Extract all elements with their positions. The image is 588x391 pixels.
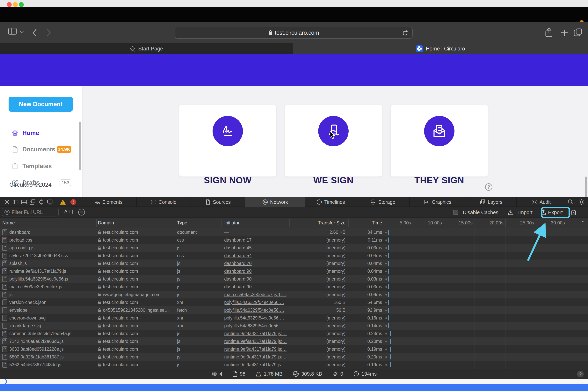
- request-initiator[interactable]: dashboard:70: [224, 260, 289, 267]
- import-button[interactable]: Import: [518, 209, 532, 215]
- request-name[interactable]: JSmain.cc509ac3e0edcfc7.js: [2, 283, 94, 291]
- traffic-light-zoom[interactable]: [19, 2, 24, 7]
- network-row[interactable]: chevron-down.svgtest.circularo.comxhrpol…: [0, 314, 588, 322]
- inspector-tab-graphics[interactable]: Graphics: [410, 197, 466, 207]
- sidebar-item-templates[interactable]: Templates: [0, 159, 82, 173]
- network-row[interactable]: <>dashboardtest.circularo.comdocument—2.…: [0, 228, 588, 236]
- col-time[interactable]: Time: [349, 220, 382, 226]
- request-name[interactable]: xmark-large.svg: [2, 322, 94, 330]
- request-name[interactable]: envelope: [2, 306, 94, 314]
- request-name[interactable]: JSpolyfills.54a6329f54ec0e56.js: [2, 275, 94, 283]
- inspector-tab-layers[interactable]: Layers: [466, 197, 517, 207]
- card-they-sign[interactable]: THEY SIGN: [391, 105, 488, 177]
- dock-bottom-icon[interactable]: [21, 199, 27, 205]
- request-initiator[interactable]: polyfills.54a6329f54ec0e56.…: [224, 322, 289, 330]
- tab-overview-icon[interactable]: [573, 28, 583, 37]
- dock-side-icon[interactable]: [12, 199, 19, 205]
- request-initiator[interactable]: runtime.9ef9a4317af1fa79.js:…: [224, 337, 289, 345]
- url-bar[interactable]: test.circularo.com: [175, 27, 413, 39]
- network-row[interactable]: JS5362.54fd678677f4f8dd.jstest.circularo…: [0, 361, 588, 369]
- new-document-button[interactable]: New Document: [8, 97, 73, 112]
- request-initiator[interactable]: runtime.9ef9a4317af1fa79.js:…: [224, 345, 289, 353]
- request-name[interactable]: csspreload.css: [2, 236, 94, 244]
- card-we-sign[interactable]: WE SIGN: [285, 105, 382, 177]
- network-row[interactable]: csspreload.csstest.circularo.comcssdashb…: [0, 236, 588, 244]
- col-domain[interactable]: Domain: [98, 220, 114, 226]
- request-name[interactable]: JSruntime.9ef9a4317af1fa79.js: [2, 267, 94, 275]
- inspector-tab-network[interactable]: Network: [245, 197, 305, 207]
- network-row[interactable]: JSjswww.googletagmanager.comjsmain.cc509…: [0, 291, 588, 298]
- request-initiator[interactable]: dashboard:90: [224, 267, 289, 275]
- request-initiator[interactable]: dashboard:90: [224, 275, 289, 283]
- request-name[interactable]: JSjs: [2, 291, 94, 298]
- request-name[interactable]: JSsplash.js: [2, 260, 94, 267]
- network-row[interactable]: JSruntime.9ef9a4317af1fa79.jstest.circul…: [0, 267, 588, 275]
- warnings-icon[interactable]: [60, 199, 66, 205]
- sidebar-scrollbar[interactable]: [79, 122, 81, 170]
- inspector-tab-storage[interactable]: Storage: [356, 197, 410, 207]
- request-name[interactable]: JS5362.54fd678677f4f8dd.js: [2, 361, 94, 369]
- request-initiator[interactable]: runtime.9ef9a4317af1fa79.js:…: [224, 330, 289, 337]
- inspector-tab-audit[interactable]: Audit: [517, 197, 566, 207]
- reload-icon[interactable]: [402, 30, 408, 36]
- request-initiator[interactable]: polyfills.54a6329f54ec0e56.…: [224, 298, 289, 306]
- network-row[interactable]: JS6800.0a026a1fab381987.jstest.circularo…: [0, 353, 588, 361]
- network-row[interactable]: cssstyles.726118cfb5260d48.csstest.circu…: [0, 252, 588, 260]
- network-row[interactable]: envelopeo4505159621345280.ingest.se…fetc…: [0, 306, 588, 314]
- disable-caches-checkbox[interactable]: [453, 210, 458, 215]
- request-name[interactable]: JScommon.35563cc9dc1edb4a.js: [2, 330, 94, 337]
- traffic-light-minimize[interactable]: [13, 2, 18, 7]
- inspector-help-button[interactable]: ?: [577, 371, 584, 377]
- request-initiator[interactable]: runtime.9ef9a4317af1fa79.js:…: [224, 361, 289, 369]
- request-initiator[interactable]: polyfills.54a6329f54ec0e56.…: [224, 314, 289, 322]
- tab-start-page[interactable]: Start Page: [0, 43, 293, 54]
- network-row[interactable]: JSsplash.jstest.circularo.comjsdashboard…: [0, 260, 588, 267]
- network-table-header[interactable]: Name Domain Type Initiator Transfer Size…: [0, 218, 588, 228]
- request-initiator[interactable]: polyfills.54a6329f54ec0e56.…: [224, 306, 289, 314]
- sidebar-item-documents[interactable]: Documents 14.9K: [0, 143, 82, 156]
- network-row[interactable]: version-check.jsontest.circularo.comxhrp…: [0, 298, 588, 306]
- undock-icon[interactable]: [30, 199, 36, 205]
- network-row[interactable]: xmark-large.svgtest.circularo.comxhrpoly…: [0, 322, 588, 330]
- new-tab-icon[interactable]: [561, 29, 568, 37]
- errors-icon[interactable]: [70, 199, 76, 205]
- request-name[interactable]: JS6800.0a026a1fab381987.js: [2, 353, 94, 361]
- console-prompt-strip[interactable]: ❯: [0, 379, 588, 384]
- filter-input[interactable]: Filter Full URL: [2, 208, 59, 216]
- card-sign-now[interactable]: SIGN NOW: [179, 105, 276, 177]
- timeline-scroll-up-icon[interactable]: ⌃: [581, 220, 585, 226]
- share-icon[interactable]: [545, 27, 553, 37]
- col-type[interactable]: Type: [177, 220, 187, 226]
- request-name[interactable]: JS3633.3abf8ed65912228e.js: [2, 345, 94, 353]
- request-name[interactable]: <>dashboard: [2, 228, 94, 236]
- network-row[interactable]: JSpolyfills.54a6329f54ec0e56.jstest.circ…: [0, 275, 588, 283]
- network-row[interactable]: JScommon.35563cc9dc1edb4a.jstest.circula…: [0, 330, 588, 337]
- network-row[interactable]: JSapp.config.jstest.circularo.comjsdashb…: [0, 244, 588, 252]
- inspector-tab-timelines[interactable]: Timelines: [305, 197, 356, 207]
- network-row[interactable]: JS3633.3abf8ed65912228e.jstest.circularo…: [0, 345, 588, 353]
- request-initiator[interactable]: dashboard:17: [224, 236, 289, 244]
- inspector-search-icon[interactable]: [568, 199, 574, 205]
- request-name[interactable]: version-check.json: [2, 298, 94, 306]
- filter-options-icon[interactable]: [78, 208, 85, 216]
- close-inspector-icon[interactable]: [4, 199, 10, 205]
- tab-home-circularo[interactable]: Home | Circularo: [293, 43, 588, 54]
- inspector-tab-console[interactable]: Console: [137, 197, 191, 207]
- inspect-element-icon[interactable]: [38, 199, 44, 205]
- inspector-tab-elements[interactable]: Elements: [81, 197, 137, 207]
- request-name[interactable]: JSapp.config.js: [2, 244, 94, 252]
- inspector-settings-gear-icon[interactable]: [579, 199, 585, 205]
- device-settings-icon[interactable]: [47, 199, 53, 205]
- inspector-tab-sources[interactable]: Sources: [191, 197, 245, 207]
- request-initiator[interactable]: dashboard:54: [224, 252, 289, 260]
- request-initiator[interactable]: main.cc509ac3e0edcfc7.js:1:…: [224, 291, 289, 298]
- clear-network-items-trash-icon[interactable]: [571, 209, 576, 215]
- help-button[interactable]: ?: [485, 183, 492, 191]
- sidebar-chevron-icon[interactable]: [19, 30, 24, 33]
- forward-button[interactable]: [46, 28, 51, 37]
- request-initiator[interactable]: dashboard:45: [224, 244, 289, 252]
- network-row[interactable]: JS7142.4346a8e62f2a63d6.jstest.circularo…: [0, 337, 588, 345]
- sidebar-toggle-icon[interactable]: [8, 28, 17, 35]
- back-button[interactable]: [32, 28, 37, 37]
- resource-type-dropdown[interactable]: All ▲▼: [64, 209, 74, 214]
